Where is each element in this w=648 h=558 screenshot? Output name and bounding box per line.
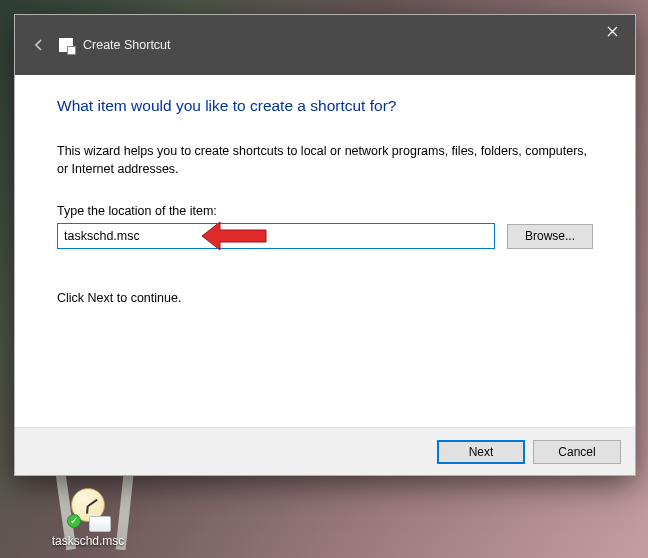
create-shortcut-dialog: Create Shortcut What item would you like…: [14, 14, 636, 476]
close-icon: [607, 26, 618, 37]
dialog-hint: Click Next to continue.: [57, 291, 593, 305]
titlebar: Create Shortcut: [15, 15, 635, 75]
task-scheduler-icon: ✓: [67, 488, 109, 530]
next-button[interactable]: Next: [437, 440, 525, 464]
location-row: Browse...: [57, 223, 593, 249]
desktop-shortcut[interactable]: ✓ taskschd.msc: [50, 488, 126, 548]
dialog-title: Create Shortcut: [83, 38, 171, 52]
dialog-description: This wizard helps you to create shortcut…: [57, 143, 593, 178]
browse-button[interactable]: Browse...: [507, 224, 593, 249]
dialog-content: What item would you like to create a sho…: [15, 75, 635, 427]
location-label: Type the location of the item:: [57, 204, 593, 218]
desktop-shortcut-label: taskschd.msc: [50, 534, 126, 548]
back-arrow-icon: [32, 38, 46, 52]
dialog-heading: What item would you like to create a sho…: [57, 97, 593, 115]
back-button[interactable]: [29, 35, 49, 55]
location-input[interactable]: [57, 223, 495, 249]
dialog-footer: Next Cancel: [15, 427, 635, 475]
cancel-button[interactable]: Cancel: [533, 440, 621, 464]
wizard-icon: [59, 38, 73, 52]
close-button[interactable]: [589, 15, 635, 47]
